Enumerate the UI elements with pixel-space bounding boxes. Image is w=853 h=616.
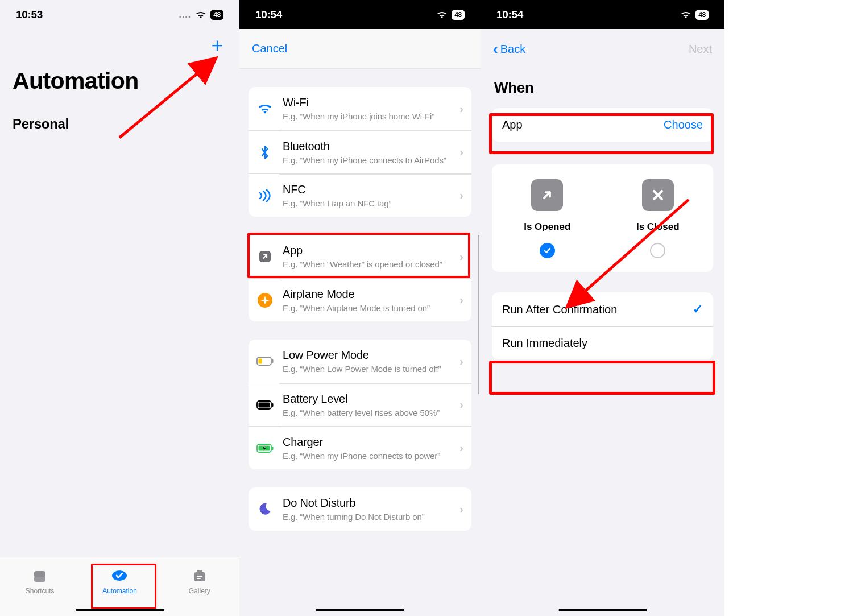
opened-icon [531, 179, 563, 211]
screen-app-trigger-config: 10:54 48 ‹ Back Next When App Choose Is … [481, 0, 724, 616]
radio-unselected-icon [650, 243, 665, 258]
svg-rect-15 [272, 447, 274, 450]
row-title: Airplane Mode [283, 288, 459, 301]
option-label: Is Closed [636, 221, 680, 233]
status-bar: 10:54 48 [239, 0, 481, 29]
nav-header: ‹ Back Next [481, 29, 724, 69]
svg-rect-10 [259, 359, 262, 364]
wifi-icon [680, 11, 691, 19]
trigger-row-app[interactable]: AppE.g. “When “Weather” is opened or clo… [249, 235, 471, 278]
row-subtitle: E.g. “When my iPhone connects to AirPods… [283, 155, 459, 165]
trigger-row-bluetooth[interactable]: BluetoothE.g. “When my iPhone connects t… [249, 130, 471, 173]
sheet-header: Cancel [239, 29, 481, 69]
row-subtitle: E.g. “When “Weather” is opened or closed… [283, 259, 459, 269]
wifi-icon [256, 100, 274, 117]
chevron-left-icon: ‹ [493, 42, 498, 56]
home-indicator[interactable] [76, 609, 164, 611]
tab-gallery-label: Gallery [189, 587, 210, 595]
charger-icon [256, 440, 274, 457]
app-label: App [502, 118, 523, 131]
screen-trigger-picker: 10:54 48 Cancel Wi-FiE.g. “When my iPhon… [239, 0, 481, 616]
trigger-row-battery[interactable]: Battery LevelE.g. “When battery level ri… [249, 383, 471, 426]
trigger-group: Wi-FiE.g. “When my iPhone joins home Wi-… [249, 87, 471, 217]
svg-rect-9 [272, 359, 274, 363]
option-run-after-confirmation[interactable]: Run After Confirmation ✓ [492, 292, 713, 326]
lowpower-icon [256, 353, 274, 370]
trigger-row-nfc[interactable]: NFCE.g. “When I tap an NFC tag” › [249, 173, 471, 217]
option-is-opened[interactable]: Is Opened [492, 179, 603, 258]
radio-selected-icon [540, 243, 555, 258]
battery-pill: 48 [452, 10, 465, 20]
app-icon [256, 248, 274, 265]
wifi-icon [195, 11, 206, 19]
option-label: Run Immediately [502, 337, 587, 350]
row-subtitle: E.g. “When turning Do Not Disturb on” [283, 512, 459, 522]
chevron-right-icon: › [459, 146, 463, 159]
gallery-icon [191, 568, 208, 584]
tab-shortcuts-label: Shortcuts [26, 587, 55, 595]
trigger-row-charger[interactable]: ChargerE.g. “When my iPhone connects to … [249, 426, 471, 469]
cancel-button[interactable]: Cancel [252, 42, 287, 55]
tab-shortcuts[interactable]: Shortcuts [0, 557, 80, 616]
tab-bar: Shortcuts Automation Gallery [0, 557, 239, 616]
back-button[interactable]: ‹ Back [493, 42, 525, 56]
trigger-group: Do Not DisturbE.g. “When turning Do Not … [249, 487, 471, 531]
trigger-row-wifi[interactable]: Wi-FiE.g. “When my iPhone joins home Wi-… [249, 87, 471, 130]
status-bar: 10:53 .... 48 [0, 0, 239, 29]
row-subtitle: E.g. “When Low Power Mode is turned off” [283, 364, 459, 374]
chevron-right-icon: › [459, 398, 463, 411]
row-title: NFC [283, 183, 459, 196]
section-personal: Personal [13, 116, 227, 132]
row-subtitle: E.g. “When I tap an NFC tag” [283, 199, 459, 208]
app-choose-card: App Choose [492, 108, 713, 142]
scrollbar[interactable] [478, 235, 479, 394]
option-run-immediately[interactable]: Run Immediately [492, 326, 713, 359]
option-label: Is Opened [524, 221, 570, 233]
row-title: App [283, 244, 459, 257]
home-indicator[interactable] [558, 609, 647, 611]
app-choose-row[interactable]: App Choose [492, 108, 713, 142]
shortcuts-icon [31, 568, 48, 584]
row-subtitle: E.g. “When Airplane Mode is turned on” [283, 303, 459, 313]
nfc-icon [256, 187, 274, 204]
row-subtitle: E.g. “When battery level rises above 50%… [283, 408, 459, 417]
trigger-row-lowpower[interactable]: Low Power ModeE.g. “When Low Power Mode … [249, 340, 471, 383]
svg-rect-13 [259, 402, 270, 407]
wifi-icon [436, 11, 448, 19]
svg-rect-12 [272, 403, 274, 407]
row-title: Wi-Fi [283, 96, 459, 109]
chevron-right-icon: › [459, 102, 463, 115]
status-time: 10:53 [16, 9, 43, 21]
next-button[interactable]: Next [689, 43, 712, 56]
status-right: .... 48 [179, 10, 223, 20]
annotation-highlight [489, 361, 715, 395]
chevron-right-icon: › [459, 250, 463, 263]
status-time: 10:54 [496, 9, 523, 21]
status-right: 48 [680, 10, 709, 20]
choose-button[interactable]: Choose [664, 118, 703, 131]
run-options: Run After Confirmation ✓ Run Immediately [492, 292, 713, 359]
row-title: Bluetooth [283, 140, 459, 153]
automation-icon [111, 568, 128, 584]
row-title: Battery Level [283, 392, 459, 406]
tab-gallery[interactable]: Gallery [160, 557, 239, 616]
tab-automation[interactable]: Automation [80, 557, 159, 616]
cellular-dots-icon: .... [179, 10, 191, 20]
status-right: 48 [436, 10, 465, 20]
row-title: Do Not Disturb [283, 497, 459, 510]
option-is-closed[interactable]: Is Closed [603, 179, 714, 258]
trigger-row-airplane[interactable]: Airplane ModeE.g. “When Airplane Mode is… [249, 278, 471, 321]
closed-icon [642, 179, 674, 211]
svg-rect-4 [197, 576, 202, 577]
airplane-icon [256, 292, 274, 309]
chevron-right-icon: › [459, 441, 463, 454]
trigger-group: AppE.g. “When “Weather” is opened or clo… [249, 235, 471, 321]
status-bar: 10:54 48 [481, 0, 724, 29]
add-automation-button[interactable]: ＋ [208, 35, 227, 54]
trigger-row-dnd[interactable]: Do Not DisturbE.g. “When turning Do Not … [249, 487, 471, 531]
chevron-right-icon: › [459, 355, 463, 368]
svg-rect-3 [197, 570, 202, 572]
row-subtitle: E.g. “When my iPhone connects to power” [283, 451, 459, 461]
home-indicator[interactable] [316, 609, 404, 611]
tab-automation-label: Automation [102, 587, 137, 595]
